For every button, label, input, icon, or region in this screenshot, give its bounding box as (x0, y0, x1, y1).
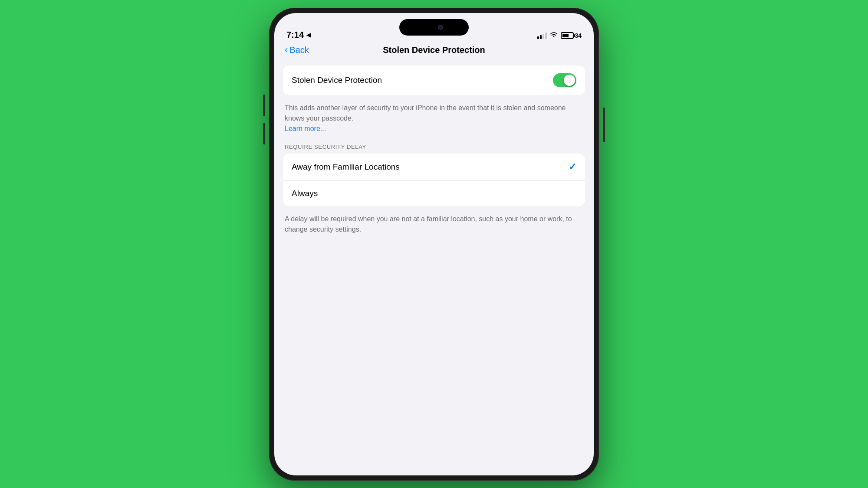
option-always-label: Always (292, 189, 318, 198)
signal-bar-4 (545, 33, 547, 39)
signal-icon (537, 32, 547, 39)
battery-fill (562, 34, 568, 37)
volume-up-button[interactable] (263, 95, 265, 116)
time-display: 7:14 (286, 30, 304, 40)
toggle-card: Stolen Device Protection (283, 66, 585, 95)
signal-bar-1 (537, 36, 539, 39)
description-main: This adds another layer of security to y… (285, 104, 566, 122)
checkmark-icon: ✓ (569, 161, 576, 173)
options-card: Away from Familiar Locations ✓ Always (283, 154, 585, 206)
dynamic-island (399, 19, 469, 36)
footer-description: A delay will be required when you are no… (283, 211, 585, 237)
wifi-icon (549, 31, 558, 40)
option-away-from-familiar[interactable]: Away from Familiar Locations ✓ (283, 154, 585, 180)
phone-screen: 7:14 ◀ (274, 13, 594, 475)
option-away-label: Away from Familiar Locations (292, 162, 400, 172)
battery-icon (561, 32, 574, 39)
back-chevron-icon: ‹ (285, 45, 288, 55)
status-time: 7:14 ◀ (286, 30, 311, 40)
volume-down-button[interactable] (263, 123, 265, 144)
status-icons: 34 (537, 31, 582, 40)
content-area: Stolen Device Protection This adds anoth… (274, 62, 594, 475)
back-button[interactable]: ‹ Back (285, 45, 309, 55)
location-arrow-icon: ◀ (306, 32, 311, 38)
front-camera (438, 25, 443, 30)
toggle-label: Stolen Device Protection (292, 75, 382, 85)
back-label: Back (289, 45, 309, 55)
power-button[interactable] (603, 108, 605, 142)
toggle-thumb (564, 75, 575, 86)
signal-bar-3 (542, 34, 544, 39)
option-always[interactable]: Always (283, 180, 585, 206)
nav-bar: ‹ Back Stolen Device Protection (274, 43, 594, 62)
signal-bar-2 (540, 35, 542, 39)
phone-frame: 7:14 ◀ (269, 8, 599, 481)
security-delay-header: Require Security Delay (283, 144, 585, 154)
learn-more-link[interactable]: Learn more... (285, 125, 326, 132)
battery-percent: 34 (575, 32, 582, 39)
description-text: This adds another layer of security to y… (283, 100, 585, 137)
toggle-row: Stolen Device Protection (292, 66, 576, 95)
battery-indicator: 34 (561, 32, 582, 39)
page-title: Stolen Device Protection (383, 45, 485, 55)
stolen-device-protection-toggle[interactable] (553, 73, 576, 87)
